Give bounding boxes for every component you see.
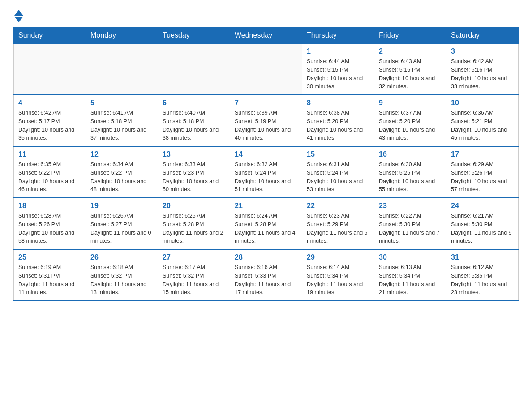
calendar-cell <box>230 43 302 95</box>
calendar-cell: 24Sunrise: 6:21 AM Sunset: 5:30 PM Dayli… <box>446 198 519 249</box>
day-info: Sunrise: 6:23 AM Sunset: 5:29 PM Dayligh… <box>307 212 369 245</box>
day-number: 31 <box>451 253 514 261</box>
calendar-cell: 2Sunrise: 6:43 AM Sunset: 5:16 PM Daylig… <box>374 43 446 95</box>
day-number: 20 <box>163 202 225 210</box>
calendar-cell: 14Sunrise: 6:32 AM Sunset: 5:24 PM Dayli… <box>230 146 302 198</box>
day-number: 11 <box>18 150 81 158</box>
day-info: Sunrise: 6:16 AM Sunset: 5:33 PM Dayligh… <box>235 263 297 297</box>
calendar-cell: 16Sunrise: 6:30 AM Sunset: 5:25 PM Dayli… <box>374 146 446 198</box>
day-info: Sunrise: 6:25 AM Sunset: 5:28 PM Dayligh… <box>163 212 225 245</box>
day-number: 25 <box>18 253 81 261</box>
calendar-table: SundayMondayTuesdayWednesdayThursdayFrid… <box>13 27 519 301</box>
calendar-cell: 12Sunrise: 6:34 AM Sunset: 5:22 PM Dayli… <box>86 146 158 198</box>
calendar-cell: 21Sunrise: 6:24 AM Sunset: 5:28 PM Dayli… <box>230 198 302 249</box>
calendar-cell: 11Sunrise: 6:35 AM Sunset: 5:22 PM Dayli… <box>14 146 86 198</box>
day-info: Sunrise: 6:42 AM Sunset: 5:16 PM Dayligh… <box>451 57 514 91</box>
day-header-thursday: Thursday <box>302 27 374 43</box>
day-info: Sunrise: 6:22 AM Sunset: 5:30 PM Dayligh… <box>379 212 442 245</box>
day-number: 14 <box>235 150 297 158</box>
day-info: Sunrise: 6:21 AM Sunset: 5:30 PM Dayligh… <box>451 212 514 245</box>
day-header-friday: Friday <box>374 27 446 43</box>
day-info: Sunrise: 6:37 AM Sunset: 5:20 PM Dayligh… <box>379 109 442 142</box>
day-info: Sunrise: 6:30 AM Sunset: 5:25 PM Dayligh… <box>379 160 442 194</box>
day-info: Sunrise: 6:33 AM Sunset: 5:23 PM Dayligh… <box>163 160 225 194</box>
day-header-monday: Monday <box>86 27 158 43</box>
calendar-cell: 9Sunrise: 6:37 AM Sunset: 5:20 PM Daylig… <box>374 95 446 146</box>
day-info: Sunrise: 6:19 AM Sunset: 5:31 PM Dayligh… <box>18 263 81 297</box>
day-info: Sunrise: 6:13 AM Sunset: 5:34 PM Dayligh… <box>379 263 442 297</box>
day-info: Sunrise: 6:41 AM Sunset: 5:18 PM Dayligh… <box>90 109 153 142</box>
day-number: 2 <box>379 47 442 56</box>
day-number: 13 <box>163 150 225 158</box>
calendar-cell: 7Sunrise: 6:39 AM Sunset: 5:19 PM Daylig… <box>230 95 302 146</box>
day-info: Sunrise: 6:24 AM Sunset: 5:28 PM Dayligh… <box>235 212 297 245</box>
day-number: 6 <box>163 99 225 107</box>
day-number: 17 <box>451 150 514 158</box>
calendar-cell: 10Sunrise: 6:36 AM Sunset: 5:21 PM Dayli… <box>446 95 519 146</box>
calendar-cell: 25Sunrise: 6:19 AM Sunset: 5:31 PM Dayli… <box>14 249 86 301</box>
day-info: Sunrise: 6:44 AM Sunset: 5:15 PM Dayligh… <box>307 57 369 91</box>
calendar-cell: 20Sunrise: 6:25 AM Sunset: 5:28 PM Dayli… <box>158 198 230 249</box>
day-number: 15 <box>307 150 369 158</box>
week-row-5: 25Sunrise: 6:19 AM Sunset: 5:31 PM Dayli… <box>14 249 519 301</box>
logo <box>13 9 23 22</box>
day-info: Sunrise: 6:18 AM Sunset: 5:32 PM Dayligh… <box>90 263 153 297</box>
day-number: 22 <box>307 202 369 210</box>
day-number: 29 <box>307 253 369 261</box>
calendar-cell: 31Sunrise: 6:12 AM Sunset: 5:35 PM Dayli… <box>446 249 519 301</box>
day-header-tuesday: Tuesday <box>158 27 230 43</box>
calendar-cell: 26Sunrise: 6:18 AM Sunset: 5:32 PM Dayli… <box>86 249 158 301</box>
calendar-cell: 13Sunrise: 6:33 AM Sunset: 5:23 PM Dayli… <box>158 146 230 198</box>
calendar-cell: 18Sunrise: 6:28 AM Sunset: 5:26 PM Dayli… <box>14 198 86 249</box>
day-number: 5 <box>90 99 153 107</box>
day-number: 3 <box>451 47 514 56</box>
day-header-wednesday: Wednesday <box>230 27 302 43</box>
week-row-3: 11Sunrise: 6:35 AM Sunset: 5:22 PM Dayli… <box>14 146 519 198</box>
calendar-cell <box>86 43 158 95</box>
calendar-cell: 23Sunrise: 6:22 AM Sunset: 5:30 PM Dayli… <box>374 198 446 249</box>
day-number: 4 <box>18 99 81 107</box>
week-row-4: 18Sunrise: 6:28 AM Sunset: 5:26 PM Dayli… <box>14 198 519 249</box>
calendar-cell <box>158 43 230 95</box>
week-row-1: 1Sunrise: 6:44 AM Sunset: 5:15 PM Daylig… <box>14 43 519 95</box>
day-info: Sunrise: 6:36 AM Sunset: 5:21 PM Dayligh… <box>451 109 514 142</box>
day-info: Sunrise: 6:26 AM Sunset: 5:27 PM Dayligh… <box>90 212 153 245</box>
day-number: 30 <box>379 253 442 261</box>
day-number: 26 <box>90 253 153 261</box>
day-info: Sunrise: 6:39 AM Sunset: 5:19 PM Dayligh… <box>235 109 297 142</box>
calendar-cell: 28Sunrise: 6:16 AM Sunset: 5:33 PM Dayli… <box>230 249 302 301</box>
day-number: 24 <box>451 202 514 210</box>
calendar-cell: 29Sunrise: 6:14 AM Sunset: 5:34 PM Dayli… <box>302 249 374 301</box>
day-number: 16 <box>379 150 442 158</box>
calendar-cell: 27Sunrise: 6:17 AM Sunset: 5:32 PM Dayli… <box>158 249 230 301</box>
calendar-cell: 6Sunrise: 6:40 AM Sunset: 5:18 PM Daylig… <box>158 95 230 146</box>
calendar-cell: 1Sunrise: 6:44 AM Sunset: 5:15 PM Daylig… <box>302 43 374 95</box>
day-number: 28 <box>235 253 297 261</box>
day-number: 12 <box>90 150 153 158</box>
calendar-cell <box>14 43 86 95</box>
day-header-sunday: Sunday <box>14 27 86 43</box>
day-number: 19 <box>90 202 153 210</box>
calendar-cell: 19Sunrise: 6:26 AM Sunset: 5:27 PM Dayli… <box>86 198 158 249</box>
day-info: Sunrise: 6:43 AM Sunset: 5:16 PM Dayligh… <box>379 57 442 91</box>
day-number: 18 <box>18 202 81 210</box>
day-number: 8 <box>307 99 369 107</box>
calendar-cell: 30Sunrise: 6:13 AM Sunset: 5:34 PM Dayli… <box>374 249 446 301</box>
day-info: Sunrise: 6:17 AM Sunset: 5:32 PM Dayligh… <box>163 263 225 297</box>
calendar-cell: 3Sunrise: 6:42 AM Sunset: 5:16 PM Daylig… <box>446 43 519 95</box>
week-row-2: 4Sunrise: 6:42 AM Sunset: 5:17 PM Daylig… <box>14 95 519 146</box>
day-info: Sunrise: 6:29 AM Sunset: 5:26 PM Dayligh… <box>451 160 514 194</box>
day-info: Sunrise: 6:35 AM Sunset: 5:22 PM Dayligh… <box>18 160 81 194</box>
day-number: 27 <box>163 253 225 261</box>
day-info: Sunrise: 6:40 AM Sunset: 5:18 PM Dayligh… <box>163 109 225 142</box>
day-number: 9 <box>379 99 442 107</box>
page-header <box>13 9 519 22</box>
day-number: 7 <box>235 99 297 107</box>
calendar-cell: 5Sunrise: 6:41 AM Sunset: 5:18 PM Daylig… <box>86 95 158 146</box>
day-number: 21 <box>235 202 297 210</box>
day-info: Sunrise: 6:14 AM Sunset: 5:34 PM Dayligh… <box>307 263 369 297</box>
day-info: Sunrise: 6:32 AM Sunset: 5:24 PM Dayligh… <box>235 160 297 194</box>
calendar-cell: 22Sunrise: 6:23 AM Sunset: 5:29 PM Dayli… <box>302 198 374 249</box>
day-info: Sunrise: 6:31 AM Sunset: 5:24 PM Dayligh… <box>307 160 369 194</box>
calendar-cell: 8Sunrise: 6:38 AM Sunset: 5:20 PM Daylig… <box>302 95 374 146</box>
